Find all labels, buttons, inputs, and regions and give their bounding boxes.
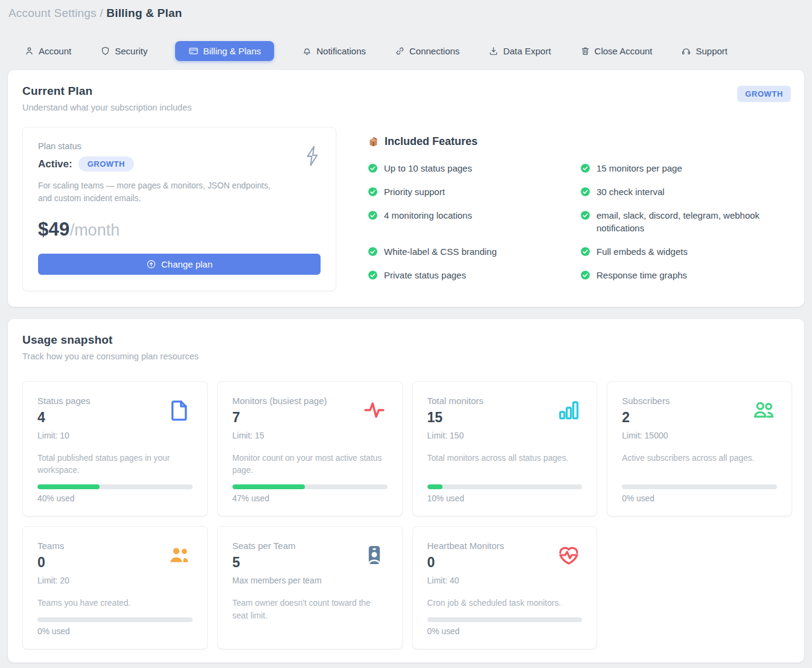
tab-bar: AccountSecurityBilling & PlansNotificati… [0,39,812,62]
usage-card-title: Status pages [37,396,91,406]
feature-label: White-label & CSS branding [384,245,497,259]
tab-billing-plans[interactable]: Billing & Plans [175,41,274,61]
usage-progress-track [37,617,193,622]
usage-progress-fill [37,484,100,489]
download-icon [488,46,499,56]
usage-card-bar-chart: Total monitors15Limit: 150Total monitors… [412,381,598,516]
tab-data-export[interactable]: Data Export [487,41,552,61]
tab-label: Account [39,46,71,56]
usage-card-description: Total published status pages in your wor… [37,452,193,477]
usage-progress-track [37,484,193,489]
check-circle-icon [368,210,378,220]
feature-item: Priority support [368,185,566,199]
usage-card-value: 7 [232,409,327,426]
feature-label: Response time graphs [596,269,687,282]
usage-progress-track [427,484,583,489]
headset-icon [681,46,691,56]
plan-status-card: Plan status Active: GROWTH For scaling t… [22,127,336,291]
page-title: Billing & Plan [106,7,182,19]
tab-connections[interactable]: Connections [394,41,461,61]
feature-item: Response time graphs [580,269,778,282]
breadcrumb-section[interactable]: Account Settings [8,7,97,19]
check-circle-icon [368,246,378,257]
usage-progress-track [622,484,777,489]
tab-account[interactable]: Account [23,41,72,61]
feature-label: 30 check interval [596,185,665,199]
usage-progress-fill [427,484,443,489]
usage-card-file: Status pages4Limit: 10Total published st… [22,381,208,516]
check-circle-icon [580,246,590,257]
bell-icon [302,46,312,56]
plan-status-label: Plan status [38,141,321,151]
feature-item: 4 monitoring locations [368,209,566,236]
current-plan-panel: Current Plan Understand what your subscr… [8,70,804,307]
usage-card-users-outline: Subscribers2Limit: 15000Active subscribe… [607,381,792,516]
heart-pulse-icon [555,542,582,568]
check-circle-icon [368,163,378,173]
tab-label: Connections [409,46,459,56]
change-plan-button[interactable]: Change plan [38,254,321,275]
usage-title: Usage snapshot [22,333,792,347]
usage-snapshot-panel: Usage snapshot Track how you are consumi… [8,319,804,663]
package-icon [368,136,379,147]
usage-card-value: 2 [622,409,670,426]
usage-card-limit: Limit: 40 [427,576,505,585]
plan-price: $49 [38,219,70,240]
tab-support[interactable]: Support [680,41,729,61]
feature-label: Full embeds & widgets [596,245,688,259]
included-features: Included Features Up to 10 status pages1… [336,127,791,291]
included-features-title: Included Features [385,135,478,148]
usage-percent-label: 0% used [37,627,193,636]
feature-label: Priority support [384,185,445,199]
usage-card-limit: Limit: 10 [37,431,91,440]
current-plan-title: Current Plan [22,85,791,98]
user-icon [24,46,34,56]
shield-icon [100,46,110,56]
tab-notifications[interactable]: Notifications [301,41,367,61]
check-circle-icon [580,187,590,197]
usage-card-limit: Max members per team [232,576,322,585]
feature-label: Up to 10 status pages [384,162,472,175]
price-line: $49/month [38,219,321,240]
check-circle-icon [368,270,378,280]
usage-grid: Status pages4Limit: 10Total published st… [22,381,792,649]
tab-close-account[interactable]: Close Account [579,41,654,61]
usage-percent-label: 10% used [427,494,583,503]
plan-row: Plan status Active: GROWTH For scaling t… [22,127,791,291]
usage-progress-track [232,484,388,489]
usage-card-value: 0 [37,554,69,571]
page-header: Account Settings / Billing & Plan [0,0,812,20]
usage-card-title: Heartbeat Monitors [427,541,505,551]
plan-status-value: Active: [38,158,72,170]
breadcrumb: Account Settings / Billing & Plan [8,7,812,20]
feature-item: Up to 10 status pages [368,162,566,175]
usage-card-users-filled: Teams0Limit: 20Teams you have created.0%… [22,526,208,649]
lightning-icon [303,143,321,169]
bar-chart-icon [555,397,582,423]
plan-status-badge: GROWTH [78,156,134,172]
usage-card-id-badge: Seats per Team5Max members per teamTeam … [217,526,403,649]
pulse-icon [361,397,388,423]
usage-card-limit: Limit: 15000 [622,431,670,440]
usage-card-description: Monitor count on your most active status… [232,452,388,477]
id-badge-icon [361,542,388,568]
usage-card-description: Active subscribers across all pages. [622,452,777,477]
usage-subtitle: Track how you are consuming plan resourc… [22,352,792,361]
feature-label: email, slack, discord, telegram, webhook… [596,209,778,236]
usage-card-heart-pulse: Heartbeat Monitors0Limit: 40Cron job & s… [412,526,598,649]
usage-card-pulse: Monitors (busiest page)7Limit: 15Monitor… [217,381,403,516]
usage-percent-label: 40% used [37,494,193,503]
check-circle-icon [368,187,378,197]
feature-item: White-label & CSS branding [368,245,566,259]
usage-card-description: Cron job & scheduled task monitors. [427,597,583,610]
plan-description: For scaling teams — more pages & monitor… [38,179,286,205]
users-filled-icon [166,542,193,568]
usage-card-title: Seats per Team [232,541,322,551]
link-icon [395,46,405,56]
credit-card-icon [188,46,199,56]
feature-item: Full embeds & widgets [580,245,778,259]
arrow-up-circle-icon [146,259,156,269]
usage-card-title: Monitors (busiest page) [232,396,327,406]
tab-security[interactable]: Security [99,41,149,61]
usage-card-description: Total monitors across all status pages. [427,452,583,477]
